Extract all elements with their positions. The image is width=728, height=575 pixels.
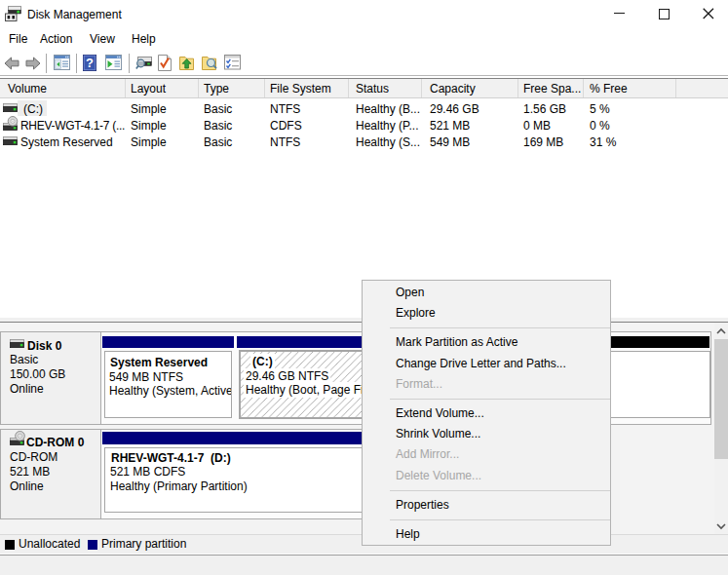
svg-text:?: ? <box>86 56 94 70</box>
